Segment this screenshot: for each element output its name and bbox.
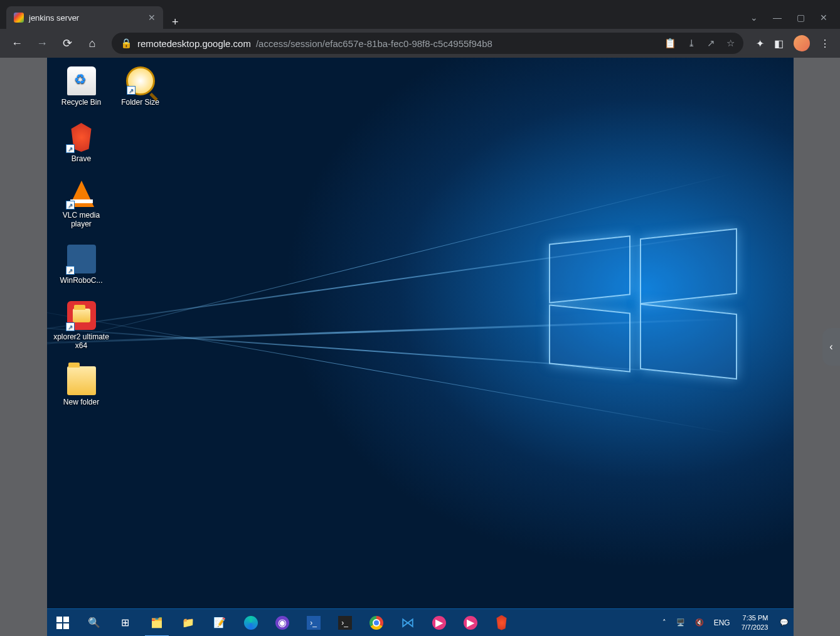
taskbar-terminal[interactable]: ›_ [329,609,361,637]
desktop-icon-label: Brave [72,154,91,163]
taskbar-brave[interactable] [486,609,518,637]
desktop-icon-label: Recycle Bin [61,98,101,107]
profile-avatar[interactable] [794,35,810,51]
sidepanel-icon[interactable]: ◧ [774,38,784,50]
vlc-icon: ↗ [67,179,96,208]
address-bar[interactable]: 🔒 remotedesktop.google.com/access/sessio… [112,33,743,54]
back-button[interactable]: ← [6,33,28,54]
desktop-icon-folder-size[interactable]: ↗ Folder Size [112,64,169,109]
taskbar-vscode[interactable]: ⋈ [392,609,423,637]
desktop-icon-recycle-bin[interactable]: Recycle Bin [53,64,110,109]
new-tab-button[interactable]: + [163,16,188,29]
crd-side-panel-toggle[interactable]: ‹ [822,328,840,366]
install-icon[interactable]: ⤓ [688,38,696,49]
tray-date: 7/7/2023 [742,623,768,632]
desktop-icon-xplorer2[interactable]: ↗ xplorer2 ultimate x64 [53,299,110,352]
brave-icon: ↗ [67,123,96,152]
tray-volume-icon[interactable]: 🔇 [690,609,709,636]
winroboc-icon: ↗ [67,245,96,273]
maximize-icon[interactable]: ▢ [797,13,805,23]
desktop-icon-new-folder[interactable]: New folder [53,364,110,409]
xplorer2-icon: ↗ [67,301,96,330]
start-button[interactable] [47,609,78,637]
task-view-icon[interactable]: ⊞ [110,609,141,637]
windows-taskbar: 🔍 ⊞ 🗂️ 📁 📝 ◉ ›_ ›_ ⋈ ▶ ▶ ˄ 🖥️ 🔇 ENG [47,608,794,636]
tab-favicon [14,13,24,23]
remote-desktop-frame: Recycle Bin ↗ Folder Size ↗ Brave ↗ VLC … [0,58,840,636]
lock-icon: 🔒 [120,38,132,49]
extensions-icon[interactable]: ✦ [756,38,764,50]
folder-icon [67,366,96,395]
browser-titlebar: jenkins server ✕ + ⌄ ― ▢ ✕ [0,0,840,29]
desktop-icon-label: VLC media player [53,211,110,228]
tray-network-icon[interactable]: 🖥️ [671,609,690,636]
taskbar-search-icon[interactable]: 🔍 [78,609,110,637]
browser-tab[interactable]: jenkins server ✕ [6,6,163,29]
url-path: /access/session/efac657e-81ba-fec0-98f8-… [256,38,492,49]
reload-button[interactable]: ⟳ [56,33,78,54]
desktop-icon-winroboc[interactable]: ↗ WinRoboC... [53,242,110,287]
close-tab-icon[interactable]: ✕ [148,13,156,23]
bookmark-icon[interactable]: ☆ [726,38,735,49]
home-button[interactable]: ⌂ [82,33,103,54]
taskbar-notepad[interactable]: 📝 [204,609,235,637]
desktop-icons-grid: Recycle Bin ↗ Folder Size ↗ Brave ↗ VLC … [53,64,169,409]
tray-overflow-icon[interactable]: ˄ [657,609,671,636]
menu-icon[interactable]: ⋮ [820,38,830,50]
minimize-icon[interactable]: ― [773,13,782,23]
window-controls: ⌄ ― ▢ ✕ [750,13,840,29]
tab-title: jenkins server [29,13,79,23]
search-tabs-icon[interactable]: ⌄ [750,13,758,23]
taskbar-file-explorer[interactable]: 🗂️ [141,609,173,637]
taskbar-edge[interactable] [235,609,267,637]
share-icon[interactable]: ↗ [707,38,715,49]
folder-size-icon: ↗ [126,66,155,95]
taskbar-powershell[interactable]: ›_ [298,609,329,637]
desktop-icon-brave[interactable]: ↗ Brave [53,120,110,166]
recycle-bin-icon [67,66,96,95]
tray-time: 7:35 PM [742,613,768,622]
url-domain: remotedesktop.google.com [137,38,251,49]
close-window-icon[interactable]: ✕ [820,13,827,23]
taskbar-chrome[interactable] [361,609,392,637]
taskbar-app-pink1[interactable]: ▶ [423,609,455,637]
desktop-icon-label: WinRoboC... [60,276,102,285]
taskbar-github[interactable]: ◉ [267,609,298,637]
tray-clock[interactable]: 7:35 PM 7/7/2023 [735,613,775,632]
desktop-icon-label: xplorer2 ultimate x64 [53,332,110,350]
remote-desktop-screen[interactable]: Recycle Bin ↗ Folder Size ↗ Brave ↗ VLC … [47,58,794,636]
forward-button[interactable]: → [31,33,53,54]
desktop-icon-label: New folder [63,398,99,406]
browser-toolbar: ← → ⟳ ⌂ 🔒 remotedesktop.google.com/acces… [0,29,840,58]
windows-logo [549,240,737,378]
tray-language[interactable]: ENG [709,618,735,627]
clipboard-icon[interactable]: 📋 [664,38,676,49]
taskbar-app-pink2[interactable]: ▶ [455,609,486,637]
desktop-icon-vlc[interactable]: ↗ VLC media player [53,177,110,231]
taskbar-folder[interactable]: 📁 [173,609,204,637]
action-center-icon[interactable]: 💬 [775,609,794,636]
